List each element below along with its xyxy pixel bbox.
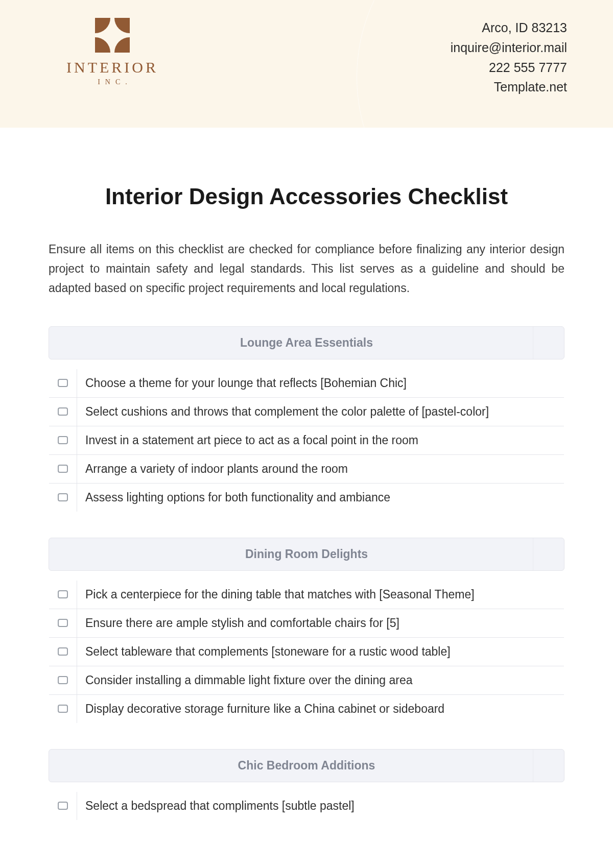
document-header: INTERIOR INC. Arco, ID 83213 inquire@int… xyxy=(0,0,613,128)
checkbox-cell[interactable] xyxy=(49,791,77,820)
checklist-item-text: Choose a theme for your lounge that refl… xyxy=(77,369,564,397)
checkbox-icon[interactable] xyxy=(58,619,68,627)
checkbox-cell[interactable] xyxy=(49,666,77,694)
contact-email: inquire@interior.mail xyxy=(451,38,567,58)
contact-phone: 222 555 7777 xyxy=(451,58,567,78)
intro-paragraph: Ensure all items on this checklist are c… xyxy=(49,240,564,298)
table-row: Arrange a variety of indoor plants aroun… xyxy=(49,454,564,483)
table-row: Select tableware that complements [stone… xyxy=(49,637,564,666)
checkbox-cell[interactable] xyxy=(49,483,77,512)
contact-address: Arco, ID 83213 xyxy=(451,18,567,38)
checkbox-icon[interactable] xyxy=(58,407,68,416)
table-row: Pick a centerpiece for the dining table … xyxy=(49,580,564,609)
checkbox-icon[interactable] xyxy=(58,436,68,444)
checkbox-cell[interactable] xyxy=(49,397,77,426)
checklist-item-text: Pick a centerpiece for the dining table … xyxy=(77,580,564,609)
section-header: Lounge Area Essentials xyxy=(49,326,564,359)
checkbox-cell[interactable] xyxy=(49,580,77,609)
section-header: Chic Bedroom Additions xyxy=(49,749,564,782)
checklist-item-text: Select a bedspread that compliments [sub… xyxy=(77,791,564,820)
checkbox-cell[interactable] xyxy=(49,694,77,723)
checklist-item-text: Assess lighting options for both functio… xyxy=(77,483,564,512)
checklist-table: Select a bedspread that compliments [sub… xyxy=(49,791,564,821)
checkbox-icon[interactable] xyxy=(58,705,68,713)
checkbox-icon[interactable] xyxy=(58,802,68,810)
checklist-item-text: Consider installing a dimmable light fix… xyxy=(77,666,564,694)
logo-block: INTERIOR INC. xyxy=(66,18,158,86)
checklist-item-text: Select cushions and throws that compleme… xyxy=(77,397,564,426)
table-row: Display decorative storage furniture lik… xyxy=(49,694,564,723)
section-header: Dining Room Delights xyxy=(49,538,564,571)
logo-name: INTERIOR xyxy=(66,59,158,76)
checkbox-cell[interactable] xyxy=(49,637,77,666)
checklist-item-text: Display decorative storage furniture lik… xyxy=(77,694,564,723)
table-row: Ensure there are ample stylish and comfo… xyxy=(49,609,564,637)
table-row: Consider installing a dimmable light fix… xyxy=(49,666,564,694)
checkbox-icon[interactable] xyxy=(58,647,68,656)
checkbox-cell[interactable] xyxy=(49,609,77,637)
table-row: Choose a theme for your lounge that refl… xyxy=(49,369,564,397)
logo-subtitle: INC. xyxy=(98,78,132,86)
checkbox-icon[interactable] xyxy=(58,493,68,501)
checklist-table: Choose a theme for your lounge that refl… xyxy=(49,369,564,512)
checklist-item-text: Ensure there are ample stylish and comfo… xyxy=(77,609,564,637)
contact-block: Arco, ID 83213 inquire@interior.mail 222… xyxy=(451,18,567,97)
checkbox-icon[interactable] xyxy=(58,379,68,387)
checkbox-icon[interactable] xyxy=(58,465,68,473)
page-title: Interior Design Accessories Checklist xyxy=(49,184,564,209)
logo-icon xyxy=(95,18,130,53)
checklist-item-text: Arrange a variety of indoor plants aroun… xyxy=(77,454,564,483)
checkbox-cell[interactable] xyxy=(49,426,77,454)
checkbox-cell[interactable] xyxy=(49,369,77,397)
checklist-table: Pick a centerpiece for the dining table … xyxy=(49,580,564,724)
checklist-item-text: Invest in a statement art piece to act a… xyxy=(77,426,564,454)
table-row: Select a bedspread that compliments [sub… xyxy=(49,791,564,820)
table-row: Invest in a statement art piece to act a… xyxy=(49,426,564,454)
contact-site: Template.net xyxy=(451,77,567,97)
checkbox-icon[interactable] xyxy=(58,590,68,598)
table-row: Select cushions and throws that compleme… xyxy=(49,397,564,426)
checkbox-cell[interactable] xyxy=(49,454,77,483)
checkbox-icon[interactable] xyxy=(58,676,68,684)
table-row: Assess lighting options for both functio… xyxy=(49,483,564,512)
checklist-item-text: Select tableware that complements [stone… xyxy=(77,637,564,666)
document-body: Interior Design Accessories Checklist En… xyxy=(0,128,613,866)
